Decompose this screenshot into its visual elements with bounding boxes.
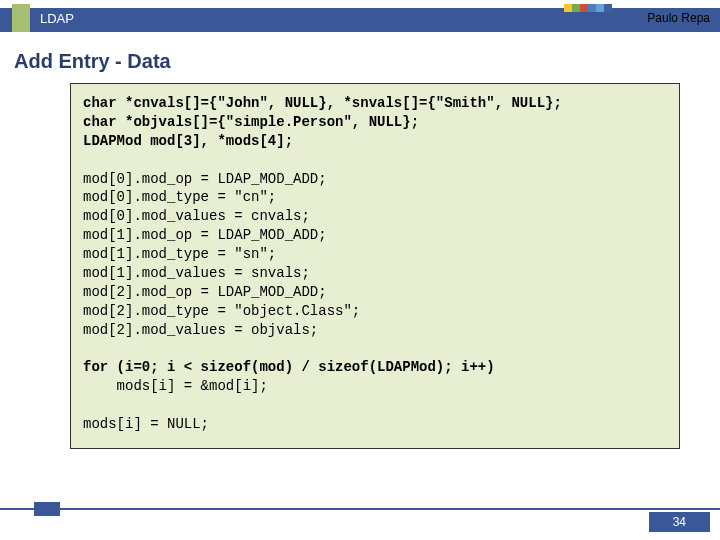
swatch [572, 4, 580, 12]
code-line: char *cnvals[]={"John", NULL}, *snvals[]… [83, 95, 562, 111]
code-line: LDAPMod mod[3], *mods[4]; [83, 133, 293, 149]
header-accent-tab [12, 4, 30, 32]
footer-rule [0, 508, 720, 510]
header-topic: LDAP [40, 11, 74, 26]
slide-title: Add Entry - Data [14, 50, 720, 73]
code-body: mod[0].mod_op = LDAP_MOD_ADD; mod[0].mod… [83, 171, 360, 338]
footer-accent-tab [34, 502, 60, 516]
swatch [588, 4, 596, 12]
code-block: char *cnvals[]={"John", NULL}, *snvals[]… [70, 83, 680, 449]
code-line: mods[i] = NULL; [83, 416, 209, 432]
header-bar: LDAP Paulo Repa [0, 8, 720, 32]
palette-swatch-row [564, 4, 612, 12]
swatch [596, 4, 604, 12]
swatch [564, 4, 572, 12]
header-author: Paulo Repa [647, 11, 710, 25]
swatch [604, 4, 612, 12]
swatch [580, 4, 588, 12]
page-number: 34 [649, 512, 710, 532]
code-line: for (i=0; i < sizeof(mod) / sizeof(LDAPM… [83, 359, 495, 375]
code-line: char *objvals[]={"simple.Person", NULL}; [83, 114, 419, 130]
code-line: mods[i] = &mod[i]; [83, 378, 268, 394]
